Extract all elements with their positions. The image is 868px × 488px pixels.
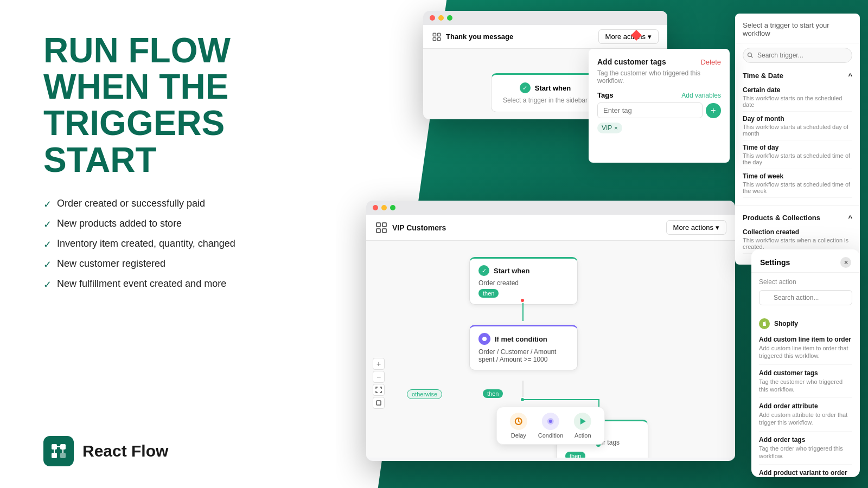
feature-item: ✓New customer registered <box>43 258 304 271</box>
thankyou-title: Thank you message <box>446 33 513 41</box>
action-item-3[interactable]: Add order tags Tag the order who trigger… <box>759 432 852 465</box>
ty-dot-green <box>447 15 452 21</box>
settings-header: Settings ✕ <box>751 249 860 273</box>
tool-action[interactable]: Action <box>574 413 591 439</box>
connector-2 <box>522 381 524 397</box>
svg-rect-18 <box>438 33 441 36</box>
brand-section: React Flow <box>43 436 304 466</box>
more-actions-button[interactable]: More actions ▾ <box>666 220 726 235</box>
start-when-label: Start when <box>535 84 571 92</box>
svg-rect-20 <box>438 37 441 40</box>
workflow-window: VIP Customers More actions ▾ ✓ Start whe… <box>366 201 735 461</box>
trigger-panel: Select a trigger to start your workflow … <box>735 14 860 265</box>
trigger-category-time-date: Time & Date ^ Certain date This workflow… <box>735 68 860 201</box>
condition-label: If met condition <box>495 335 547 343</box>
action-item-1[interactable]: Add customer tags Tag the customer who t… <box>759 365 852 399</box>
condition-icon <box>542 413 559 430</box>
settings-title: Settings <box>760 258 790 267</box>
brand-logo <box>43 436 74 466</box>
trigger-item-day-of-month[interactable]: Day of month This workflow starts at sch… <box>743 112 852 140</box>
shopify-logo <box>759 318 770 329</box>
toolbox-bar: Delay Condition <box>496 407 605 445</box>
trigger-category-header-time[interactable]: Time & Date ^ <box>743 72 852 80</box>
svg-rect-1 <box>60 444 66 450</box>
check-icon: ✓ <box>43 279 52 291</box>
action-item-2[interactable]: Add order attribute Add custom attribute… <box>759 398 852 432</box>
trigger-item-certain-date[interactable]: Certain date This workflow starts on the… <box>743 83 852 112</box>
shopify-section-label: Shopify <box>759 316 852 331</box>
tool-condition[interactable]: Condition <box>538 413 563 439</box>
delete-link[interactable]: Delete <box>700 58 721 66</box>
tags-add-button[interactable]: + <box>706 103 721 118</box>
check-icon: ✓ <box>43 239 52 251</box>
tags-input[interactable] <box>597 102 703 118</box>
tag-chip: VIP × <box>597 123 622 133</box>
settings-body: Select action Shopify <box>751 273 860 477</box>
zoom-extra-button[interactable] <box>373 397 385 409</box>
feature-item: ✓New fulfillment event created and more <box>43 278 304 291</box>
search-action-input[interactable] <box>759 290 852 305</box>
condition-value: Order / Customer / Amount spent / Amount… <box>478 348 569 363</box>
svg-point-21 <box>748 53 752 57</box>
purple-circle <box>478 333 490 345</box>
trigger-item-time-of-week[interactable]: Time of week This workflow starts at sch… <box>743 169 852 198</box>
action-item-4[interactable]: Add product variant to order Add product… <box>759 465 852 477</box>
ty-dot-yellow <box>438 15 444 21</box>
delay-icon <box>510 413 527 430</box>
tags-panel: Add customer tags Delete Tag the custome… <box>589 49 730 163</box>
feature-item: ✓New products added to store <box>43 218 304 230</box>
svg-rect-3 <box>60 453 66 458</box>
tags-panel-title: Add customer tags <box>597 57 666 66</box>
trigger-search-wrapper <box>735 48 860 68</box>
then-badge: then <box>478 289 499 298</box>
svg-point-14 <box>549 420 552 423</box>
zoom-in-button[interactable]: + <box>373 358 385 370</box>
tags-panel-header: Add customer tags Delete <box>597 57 721 66</box>
add-variables-link[interactable]: Add variables <box>681 92 721 99</box>
svg-rect-2 <box>52 453 57 458</box>
right-panel: VIP Customers More actions ▾ ✓ Start whe… <box>336 0 868 488</box>
svg-rect-17 <box>433 33 436 36</box>
thankyou-topbar: Thank you message More actions ▾ <box>423 25 667 49</box>
tags-label: Tags <box>597 91 613 99</box>
tool-delay[interactable]: Delay <box>510 413 527 439</box>
settings-modal: Settings ✕ Select action <box>751 249 860 477</box>
trigger-panel-header: Select a trigger to start your workflow <box>735 21 860 43</box>
do-this-then: then <box>565 452 585 458</box>
feature-item: ✓Inventory item created, quantity, chang… <box>43 238 304 251</box>
dot-red <box>373 205 378 210</box>
thankyou-icon <box>432 32 442 42</box>
tag-chip-close[interactable]: × <box>614 125 617 131</box>
trigger-divider <box>735 206 860 206</box>
condition-node[interactable]: If met condition Order / Customer / Amou… <box>469 325 578 370</box>
zoom-fit-button[interactable] <box>373 384 385 396</box>
otherwise-badge: otherwise <box>407 389 442 399</box>
workflow-title: VIP Customers <box>392 223 446 232</box>
chevron-down-icon: ▾ <box>716 223 719 232</box>
search-action-wrapper <box>759 290 852 311</box>
start-when-green-circle: ✓ <box>520 82 531 93</box>
start-when-node[interactable]: ✓ Start when Select a trigger in the sid… <box>491 73 599 112</box>
select-action-label: Select action <box>759 278 852 286</box>
settings-close-button[interactable]: ✕ <box>840 257 851 268</box>
chevron-up-icon-2: ^ <box>848 214 852 222</box>
svg-rect-9 <box>376 229 380 233</box>
chevron-up-icon: ^ <box>848 72 852 80</box>
ty-dot-red <box>430 15 435 21</box>
workflow-icon <box>375 221 388 234</box>
left-panel: RUN FLOW WHEN THE TRIGGERS START ✓Order … <box>0 0 336 488</box>
trigger-item-time-of-day[interactable]: Time of day This workflow starts at sche… <box>743 140 852 169</box>
green-circle: ✓ <box>478 265 489 276</box>
svg-rect-16 <box>376 401 381 405</box>
action-item-0[interactable]: Add custom line item to order Add custom… <box>759 331 852 365</box>
svg-rect-8 <box>382 223 386 227</box>
thankyou-titlebar <box>423 11 667 25</box>
svg-rect-7 <box>376 223 380 227</box>
condition-header: If met condition <box>478 333 569 345</box>
trigger-search-input[interactable] <box>743 48 852 63</box>
zoom-out-button[interactable]: − <box>373 371 385 383</box>
dot-green <box>390 205 395 210</box>
products-category-header[interactable]: Products & Collections ^ <box>743 214 852 222</box>
start-when-header: ✓ Start when <box>502 82 588 93</box>
thankyou-more-actions[interactable]: More actions ▾ <box>598 29 659 44</box>
